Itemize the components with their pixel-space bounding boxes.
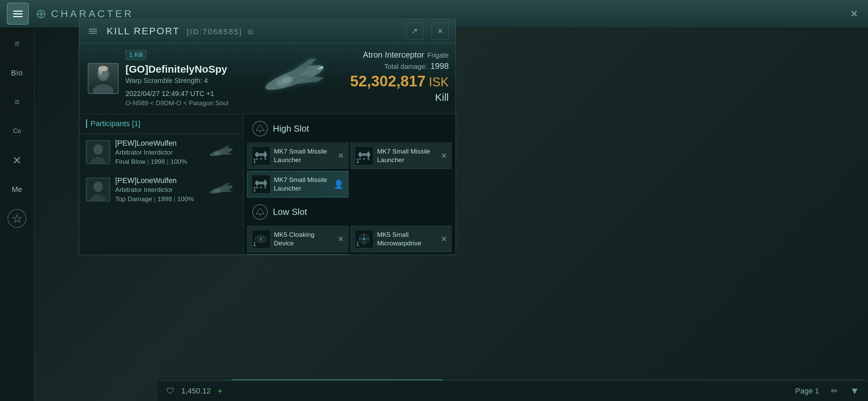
low-slot-count-1: 1 <box>253 241 256 247</box>
ship-name: Atron Interceptor <box>363 50 424 59</box>
participant-stats-1: Final Blow | 1998 | 100% <box>115 158 201 166</box>
kill-report-content: Participants [1] [PEW]LoneWulfen Arbitra… <box>79 114 456 255</box>
high-slot-item-3[interactable]: 1 MK7 Small Missile Launcher 👤 <box>247 171 348 197</box>
low-slot-item-3[interactable]: 'Basic' Inertial Stabilizer 👤 <box>247 254 348 255</box>
high-slot-name-2: MK7 Small Missile Launcher <box>377 147 437 164</box>
sidebar-item-star[interactable]: ☆ <box>8 209 26 228</box>
kill-report-header: 1 Kill [GO]DefinitelyNoSpy Warp Scramble… <box>79 43 456 114</box>
sidebar-item-skills[interactable]: ✕ <box>8 151 26 170</box>
high-slot-icon-2: 1 <box>355 146 374 165</box>
high-slot-label: High Slot <box>273 123 309 134</box>
export-button[interactable]: ↗ <box>406 23 423 40</box>
page-label: Page 1 <box>795 387 819 396</box>
app-close-button[interactable]: × <box>851 7 858 21</box>
sidebar-item-bio[interactable]: Bio <box>8 63 26 82</box>
high-slot-item-1[interactable]: 1 MK7 Small Missile Launcher ✕ <box>247 143 348 169</box>
high-slot-user-3[interactable]: 👤 <box>334 180 344 189</box>
kill-badge: 1 Kill <box>125 50 146 60</box>
low-slot-icon-2: 1 <box>355 230 374 248</box>
svg-point-1 <box>93 84 113 93</box>
vitruvian-icon: ⊕ <box>36 6 48 21</box>
star-icon: ☆ <box>8 209 26 228</box>
ship-svg <box>250 50 339 105</box>
low-slot-label: Low Slot <box>273 207 307 217</box>
copy-icon[interactable]: ⧉ <box>248 28 254 36</box>
low-slot-count-2: 1 <box>356 241 359 247</box>
svg-rect-33 <box>264 151 266 158</box>
svg-rect-38 <box>359 152 361 157</box>
low-slot-close-2[interactable]: ✕ <box>441 235 447 244</box>
kill-report-title: KILL REPORT [ID:7068585] ⧉ <box>107 26 399 37</box>
kill-report-window: KILL REPORT [ID:7068585] ⧉ ↗ × <box>79 19 456 255</box>
participants-panel: Participants [1] [PEW]LoneWulfen Arbitra… <box>79 114 244 255</box>
kill-type: Kill <box>350 92 449 103</box>
high-slot-name-1: MK7 Small Missile Launcher <box>274 147 334 164</box>
participants-header: Participants [1] <box>79 114 243 134</box>
high-slot-count-2: 1 <box>356 158 359 164</box>
high-slot-count-3: 1 <box>253 186 256 193</box>
sidebar-item-me[interactable]: Me <box>8 180 26 199</box>
high-slot-item-2[interactable]: 1 MK7 Small Missile Launcher ✕ <box>350 143 451 169</box>
avatar-svg <box>88 64 118 93</box>
svg-rect-45 <box>264 180 266 186</box>
sidebar-item-menu[interactable]: ≡ <box>8 34 26 53</box>
svg-point-42 <box>367 158 370 160</box>
menu2-icon: ≡ <box>14 97 20 107</box>
me-label: Me <box>12 185 22 194</box>
svg-rect-44 <box>256 181 258 185</box>
shield-icon: 🛡 <box>166 386 174 396</box>
sidebar-item-combat[interactable]: Co <box>8 122 26 141</box>
slots-panel: High Slot 1 <box>244 114 456 255</box>
participant-info-2: [PEW]LoneWulfen Arbitrator Interdictor T… <box>115 176 201 203</box>
kill-report-titlebar: KILL REPORT [ID:7068585] ⧉ ↗ × <box>79 19 456 43</box>
sidebar-item-menu2[interactable]: ≡ <box>8 93 26 111</box>
participant-item[interactable]: [PEW]LoneWulfen Arbitrator Interdictor F… <box>79 134 243 171</box>
svg-point-4 <box>98 66 103 75</box>
kr-close-button[interactable]: × <box>432 23 449 40</box>
participant-name-2: [PEW]LoneWulfen <box>115 176 201 185</box>
damage-value: 1998 <box>431 61 449 71</box>
bio-label: Bio <box>11 69 23 77</box>
ship-type: Frigate <box>427 51 449 59</box>
add-button[interactable]: + <box>218 386 222 396</box>
hamburger-icon <box>13 11 23 17</box>
svg-point-53 <box>259 238 263 240</box>
hamburger-button[interactable] <box>7 3 29 25</box>
kr-menu-button[interactable] <box>86 24 100 38</box>
participant-item-2[interactable]: [PEW]LoneWulfen Arbitrator Interdictor T… <box>79 171 243 208</box>
svg-point-41 <box>363 158 365 160</box>
participant-avatar-svg-1 <box>87 141 109 163</box>
edit-button[interactable]: ✏ <box>831 386 838 396</box>
close-icon: × <box>437 26 443 36</box>
svg-point-22 <box>93 182 103 192</box>
svg-point-48 <box>264 186 266 189</box>
svg-marker-49 <box>256 208 264 214</box>
low-slot-name-1: MK5 Cloaking Device <box>274 231 334 247</box>
low-slot-close-1[interactable]: ✕ <box>338 235 344 244</box>
kill-report-id: [ID:7068585] <box>187 27 242 36</box>
high-slot-close-1[interactable]: ✕ <box>338 151 344 160</box>
high-slot-name-3: MK7 Small Missile Launcher <box>274 176 330 193</box>
participant-avatar-2 <box>86 178 110 202</box>
app-title: CHARACTER <box>51 8 134 20</box>
high-slot-icon-1: 1 <box>252 146 270 165</box>
high-slot-close-2[interactable]: ✕ <box>441 151 447 160</box>
high-slot-icon-3: 1 <box>252 175 270 194</box>
export-icon: ↗ <box>411 27 418 36</box>
high-slot-grid: 1 MK7 Small Missile Launcher ✕ <box>247 143 452 197</box>
svg-point-58 <box>363 238 365 240</box>
low-slot-name-2: MK5 Small Microwarpdrive <box>377 231 437 247</box>
low-slot-grid: 1 MK5 Cloaking Device ✕ <box>247 226 452 255</box>
filter-button[interactable]: ▼ <box>850 386 859 397</box>
participant-avatar-svg-2 <box>87 178 109 201</box>
participant-ship-icon-1 <box>206 142 237 162</box>
participant-name-1: [PEW]LoneWulfen <box>115 139 201 148</box>
svg-point-35 <box>260 158 262 160</box>
bottom-bar: 🛡 1,450.12 + Page 1 ✏ ▼ <box>158 380 868 401</box>
kill-stats: Atron Interceptor Frigate Total damage: … <box>350 50 449 103</box>
low-slot-item-1[interactable]: 1 MK5 Cloaking Device ✕ <box>247 226 348 252</box>
high-slot-icon <box>252 121 268 136</box>
low-slot-item-2[interactable]: 1 MK5 Small Microwarpdrive ✕ <box>350 226 451 252</box>
participant-ship-2: Arbitrator Interdictor <box>115 186 201 194</box>
participant-ship-1: Arbitrator Interdictor <box>115 149 201 156</box>
